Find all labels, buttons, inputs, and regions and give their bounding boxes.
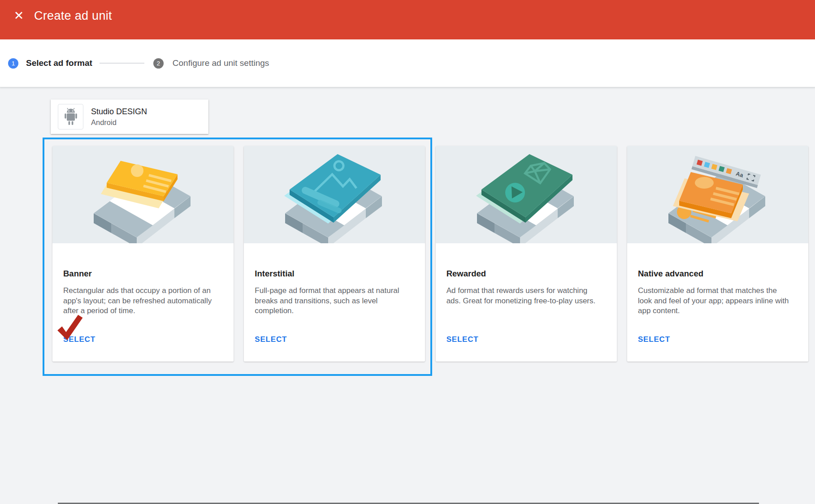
card-title-native-advanced: Native advanced — [638, 269, 798, 279]
step-connector-line — [100, 63, 144, 64]
create-ad-unit-header: ✕ Create ad unit — [0, 0, 815, 39]
banner-phone-illustration — [52, 146, 234, 243]
card-native-advanced: Aa Native advanced Customizable ad forma… — [627, 146, 808, 362]
native-phone-illustration: Aa — [627, 146, 808, 243]
card-interstitial: Interstitial Full-page ad format that ap… — [244, 146, 425, 362]
rewarded-phone-illustration — [436, 146, 617, 243]
card-desc-rewarded: Ad format that rewards users for watchin… — [447, 286, 601, 306]
card-desc-native-advanced: Customizable ad format that matches the … — [638, 286, 792, 316]
select-button-native-advanced[interactable]: SELECT — [638, 335, 670, 344]
android-icon — [58, 104, 83, 129]
card-banner: Banner Rectangular ads that occupy a por… — [52, 146, 234, 362]
card-rewarded: Rewarded Ad format that rewards users fo… — [436, 146, 617, 362]
select-button-interstitial[interactable]: SELECT — [255, 335, 287, 344]
app-platform: Android — [91, 118, 147, 127]
step-1-label: Select ad format — [26, 58, 92, 68]
card-title-interstitial: Interstitial — [255, 269, 414, 279]
card-desc-banner: Rectangular ads that occupy a portion of… — [63, 286, 217, 316]
step-2-indicator: 2 — [153, 58, 164, 69]
card-title-banner: Banner — [63, 269, 223, 279]
select-button-banner[interactable]: SELECT — [63, 335, 95, 344]
step-2-label: Configure ad unit settings — [173, 58, 269, 68]
card-desc-interstitial: Full-page ad format that appears at natu… — [255, 286, 409, 316]
app-name: Studio DESIGN — [91, 107, 147, 116]
stepper: 1 Select ad format 2 Configure ad unit s… — [0, 39, 815, 87]
selected-app-chip: Studio DESIGN Android — [51, 99, 208, 134]
step-1-indicator: 1 — [8, 58, 18, 69]
card-title-rewarded: Rewarded — [447, 269, 606, 279]
ad-format-cards: Banner Rectangular ads that occupy a por… — [52, 146, 808, 362]
interstitial-phone-illustration — [244, 146, 425, 243]
page-title: Create ad unit — [34, 9, 112, 23]
select-button-rewarded[interactable]: SELECT — [447, 335, 479, 344]
close-icon[interactable]: ✕ — [9, 6, 28, 25]
